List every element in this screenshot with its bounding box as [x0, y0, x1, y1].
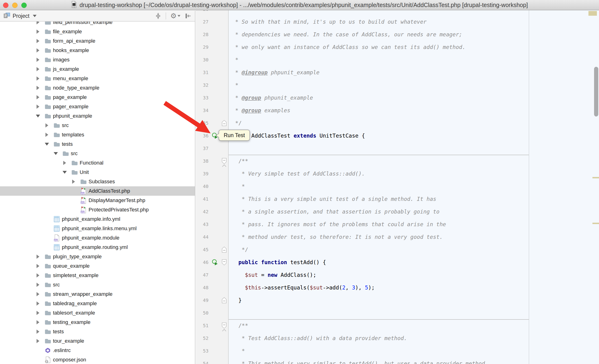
chevron-right-icon[interactable] — [35, 263, 41, 269]
code-line[interactable]: 29 * we only want an instance of AddClas… — [196, 41, 599, 53]
code-line[interactable]: 50 — [196, 307, 599, 319]
tree-item[interactable]: phpunit_example.info.yml — [0, 214, 195, 224]
code-line[interactable]: 26 — [196, 10, 599, 16]
code-line[interactable]: 46 public function testAdd() { — [196, 256, 599, 269]
tree-item[interactable]: plugin_type_example — [0, 252, 195, 261]
tree-item[interactable]: tests — [0, 327, 195, 336]
project-tree[interactable]: field_permission_examplefile_exampleform… — [0, 22, 195, 364]
chevron-right-icon[interactable] — [35, 66, 41, 72]
fold-marker-icon[interactable] — [222, 259, 227, 266]
chevron-down-icon[interactable] — [62, 169, 68, 175]
tree-item[interactable]: tour_example — [0, 336, 195, 346]
tree-item[interactable]: stream_wrapper_example — [0, 289, 195, 299]
chevron-right-icon[interactable] — [35, 38, 41, 44]
code-line[interactable]: 45 */ — [196, 243, 599, 256]
tree-item[interactable]: Subclasses — [0, 177, 195, 186]
chevron-right-icon[interactable] — [35, 338, 41, 344]
tree-item[interactable]: simpletest_example — [0, 271, 195, 280]
tree-item[interactable]: Unit — [0, 168, 195, 177]
code-line[interactable]: 27 * So with that in mind, it's up to us… — [196, 16, 599, 28]
collapse-all-button[interactable] — [155, 12, 161, 19]
chevron-right-icon[interactable] — [35, 48, 41, 53]
tree-item[interactable]: src — [0, 121, 195, 130]
chevron-right-icon[interactable] — [71, 179, 76, 185]
settings-gear-button[interactable]: ⚙ — [170, 12, 180, 19]
code-line[interactable]: 42 * a single assertion, and that assert… — [196, 205, 599, 218]
tree-item[interactable]: phpDisplayManagerTest.php — [0, 196, 195, 205]
chevron-right-icon[interactable] — [44, 132, 50, 138]
error-stripe-mark[interactable] — [592, 177, 599, 178]
tree-item[interactable]: phpunit_example.links.menu.yml — [0, 224, 195, 233]
chevron-right-icon[interactable] — [35, 94, 41, 100]
code-line[interactable]: 30 * — [196, 53, 599, 66]
chevron-right-icon[interactable] — [35, 273, 41, 278]
minimize-button[interactable] — [12, 3, 18, 8]
fold-marker-icon[interactable] — [222, 297, 227, 303]
tree-item[interactable]: page_example — [0, 93, 195, 102]
tree-item[interactable]: phpunit_example — [0, 111, 195, 121]
tree-item[interactable]: testing_example — [0, 318, 195, 327]
project-panel-title[interactable]: Project — [13, 13, 29, 19]
code-line[interactable]: 54 * This method is very similar to test… — [196, 357, 599, 364]
code-line[interactable]: 32 * — [196, 79, 599, 91]
code-line[interactable]: 51 /** — [196, 319, 599, 332]
code-line[interactable]: 53 * — [196, 345, 599, 357]
chevron-right-icon[interactable] — [35, 310, 41, 316]
tree-item[interactable]: src — [0, 149, 195, 158]
chevron-down-icon[interactable] — [35, 113, 41, 119]
tree-item[interactable]: menu_example — [0, 74, 195, 83]
chevron-right-icon[interactable] — [35, 329, 41, 335]
tree-item[interactable]: pager_example — [0, 102, 195, 111]
chevron-right-icon[interactable] — [62, 160, 68, 166]
tree-item[interactable]: {}composer.json — [0, 355, 195, 364]
chevron-right-icon[interactable] — [35, 29, 41, 35]
tree-item[interactable]: Functional — [0, 158, 195, 168]
run-test-gutter-icon[interactable] — [212, 259, 218, 266]
tree-item[interactable]: src — [0, 280, 195, 289]
chevron-right-icon[interactable] — [44, 123, 50, 128]
code-line[interactable]: 47 $sut = new AddClass(); — [196, 269, 599, 281]
code-line[interactable]: 44 * method under test, so therefore: It… — [196, 231, 599, 243]
code-line[interactable]: 52 * Test AddClass::add() with a data pr… — [196, 332, 599, 345]
chevron-right-icon[interactable] — [35, 254, 41, 259]
hide-panel-button[interactable] — [185, 13, 191, 19]
code-line[interactable]: 33 * @group phpunit_example — [196, 91, 599, 104]
tree-item[interactable]: .eslintrc — [0, 346, 195, 355]
fold-marker-icon[interactable] — [222, 322, 227, 331]
chevron-down-icon[interactable] — [44, 141, 50, 147]
chevron-right-icon[interactable] — [35, 291, 41, 297]
fold-marker-icon[interactable] — [222, 246, 227, 253]
code-line[interactable]: 31 * @ingroup phpunit_example — [196, 66, 599, 79]
chevron-right-icon[interactable] — [35, 57, 41, 62]
tree-item[interactable]: tabledrag_example — [0, 299, 195, 308]
code-line[interactable]: 38 /** — [196, 155, 599, 167]
inspection-indicator[interactable] — [589, 11, 597, 16]
close-button[interactable] — [3, 3, 9, 8]
code-line[interactable]: 35 */ — [196, 117, 599, 129]
editor-scrollbar-thumb[interactable] — [594, 67, 598, 116]
tree-item[interactable]: phpAddClassTest.php — [0, 186, 195, 196]
code-line[interactable]: 34 * @group examples — [196, 104, 599, 117]
code-line[interactable]: 39 * Very simple test of AddClass::add()… — [196, 167, 599, 180]
tree-item[interactable]: tests — [0, 140, 195, 149]
tree-item[interactable]: node_type_example — [0, 83, 195, 93]
chevron-down-icon[interactable] — [33, 15, 36, 17]
tree-item[interactable]: field_permission_example — [0, 22, 195, 27]
chevron-right-icon[interactable] — [35, 22, 41, 25]
chevron-right-icon[interactable] — [35, 282, 41, 288]
code-line[interactable]: 43 * pass. It ignores most of the proble… — [196, 218, 599, 231]
code-line[interactable]: 28 * dependencies we need. In the case o… — [196, 28, 599, 41]
code-line[interactable]: 48 $this->assertEquals($sut->add(2, 3), … — [196, 281, 599, 294]
tree-item[interactable]: images — [0, 55, 195, 64]
chevron-right-icon[interactable] — [35, 76, 41, 81]
code-line[interactable]: 40 * — [196, 180, 599, 193]
tree-item[interactable]: file_example — [0, 27, 195, 36]
zoom-button[interactable] — [21, 3, 27, 8]
error-stripe-mark[interactable] — [592, 223, 599, 224]
tree-item[interactable]: hooks_example — [0, 46, 195, 55]
tree-item[interactable]: phpProtectedPrivatesTest.php — [0, 205, 195, 214]
code-line[interactable]: 37 — [196, 142, 599, 155]
tree-item[interactable]: queue_example — [0, 261, 195, 271]
chevron-right-icon[interactable] — [35, 320, 41, 325]
tree-item[interactable]: tablesort_example — [0, 308, 195, 318]
